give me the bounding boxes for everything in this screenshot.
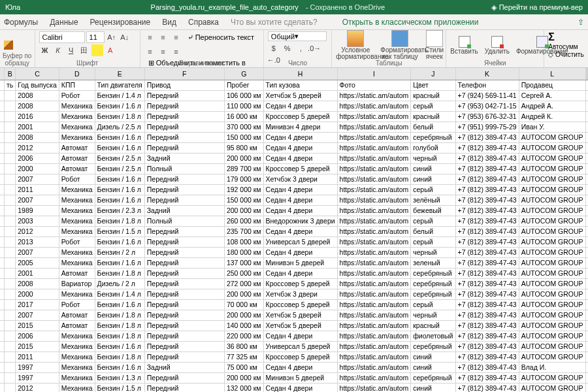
ribbon: Буфер по образцу Calibri 11 A↑ A↓ Ж К Ч … (0, 30, 588, 68)
table-row[interactable]: 1989МеханикаБензин / 2.3 лЗадний200 000 … (0, 205, 588, 216)
tab-formulas[interactable]: Формулы (4, 18, 38, 27)
field-header[interactable]: Привод (144, 80, 224, 90)
table-row[interactable]: 2012МеханикаБензин / 1.5 лПередний132 00… (0, 383, 588, 392)
table-row[interactable]: 2007МеханикаБензин / 2 лПередний180 000 … (0, 247, 588, 257)
group-number: Общий ▾ $ % , .0→ ←.0 Число (264, 30, 332, 67)
field-header[interactable]: Цвет (411, 80, 455, 90)
table-row[interactable]: 2017РоботБензин / 1.6 лПередний70 000 км… (0, 299, 588, 310)
table-row[interactable]: 2007МеханикаБензин / 1.6 лПередний150 00… (0, 195, 588, 205)
tab-data[interactable]: Данные (50, 18, 78, 27)
tab-view[interactable]: Вид (162, 18, 176, 27)
tab-help[interactable]: Справка (188, 18, 219, 27)
align-mid-icon[interactable]: ≡ (157, 31, 169, 43)
insert-icon (459, 36, 470, 48)
format-painter-icon[interactable] (4, 41, 13, 50)
table-row[interactable]: 2007РоботБензин / 1.6 лПередний179 000 к… (0, 174, 588, 184)
table-row[interactable]: 1997МеханикаБензин / 1.6 лЗадний75 000 к… (0, 362, 588, 372)
font-size-select[interactable]: 11 (86, 31, 105, 43)
bold-button[interactable]: Ж (39, 44, 51, 56)
table-row[interactable]: 2006АвтоматБензин / 2.5 лЗадний200 000 к… (0, 153, 588, 163)
spreadsheet-grid[interactable]: BCDEFGHIJKLMNтьГод выпускаКППТип двигате… (0, 68, 588, 392)
table-row[interactable]: 2008МеханикаБензин / 1.6 лПередний150 00… (0, 132, 588, 142)
conditional-formatting-button[interactable]: Условное форматирование (336, 30, 375, 60)
tell-me-search[interactable]: Что вы хотите сделать? (231, 18, 318, 27)
field-header[interactable]: Пробег (224, 80, 263, 90)
align-center-icon[interactable]: ≡ (157, 46, 169, 57)
table-row[interactable]: 2000МеханикаБензин / 1.4 лПередний200 00… (0, 289, 588, 299)
field-header[interactable]: ть (5, 80, 16, 90)
wrap-text-button[interactable]: ⤶ Переносить текст (188, 33, 255, 42)
col-header-I[interactable]: I (337, 68, 411, 80)
group-alignment: ≡ ≡ ≡ ⤶ Переносить текст ≡ ≡ ≡ ⊞ Объедин… (140, 30, 264, 67)
table-row[interactable]: 2008ВариаторДизель / 2 лПередний272 000 … (0, 278, 588, 289)
field-header[interactable]: Продавец (519, 80, 585, 90)
table-row[interactable]: 2007АвтоматБензин / 1.8 лПередний200 000… (0, 310, 588, 320)
field-header[interactable]: Тип двигателя (95, 80, 144, 90)
col-header-C[interactable]: C (16, 68, 59, 80)
cell-styles-button[interactable]: Стили ячеек (425, 30, 444, 60)
borders-icon[interactable]: 田 (78, 44, 90, 56)
col-header-K[interactable]: K (455, 68, 519, 80)
field-header[interactable]: КПП (59, 80, 95, 90)
table-row[interactable]: 2015АвтоматБензин / 1.8 лПередний140 000… (0, 320, 588, 331)
align-top-icon[interactable]: ≡ (144, 31, 156, 43)
underline-button[interactable]: Ч (65, 44, 77, 56)
table-row[interactable]: 2012АвтоматБензин / 1.6 лПередний95 800 … (0, 142, 588, 153)
field-header[interactable]: Год выпуска (16, 80, 59, 90)
table-row[interactable]: 2006МеханикаБензин / 1.8 лПередний220 00… (0, 331, 588, 341)
premium-link[interactable]: ◈ Перейти на премиум-вер (491, 3, 583, 12)
font-name-select[interactable]: Calibri (39, 31, 85, 43)
align-right-icon[interactable]: ≡ (171, 46, 182, 57)
autosum-button[interactable]: Σ Автосумм (548, 31, 584, 50)
currency-icon[interactable]: $ (268, 42, 280, 54)
table-row[interactable]: 2016МеханикаБензин / 1.8 лПередний16 000… (0, 111, 588, 122)
table-row[interactable]: 2003МеханикаБензин / 1.8 лПолный260 000 … (0, 216, 588, 226)
col-header-G[interactable]: G (224, 68, 263, 80)
number-format-select[interactable]: Общий ▾ (268, 31, 327, 41)
insert-button[interactable]: Вставить (450, 36, 478, 55)
field-header[interactable]: Город (585, 80, 588, 90)
table-row[interactable]: 2011МеханикаБензин / 1.6 лПередний192 00… (0, 184, 588, 195)
fill-color-icon[interactable] (91, 44, 103, 56)
col-header-D[interactable]: D (59, 68, 95, 80)
app-context: Юла (5, 3, 44, 11)
field-header[interactable]: Тип кузова (263, 80, 337, 90)
format-as-table-button[interactable]: Форматировать как таблицу (380, 30, 419, 60)
share-icon[interactable]: ⇪ (578, 18, 584, 27)
col-header-M[interactable]: M (585, 68, 588, 80)
italic-button[interactable]: К (52, 44, 64, 56)
table-row[interactable]: 1997МеханикаБензин / 1.3 лПередний200 00… (0, 372, 588, 383)
col-header-B[interactable]: B (5, 68, 16, 80)
increase-font-icon[interactable]: A↑ (106, 31, 118, 43)
open-in-desktop[interactable]: Открыть в классическом приложении (342, 18, 479, 27)
inc-decimal-icon[interactable]: .0→ (308, 42, 320, 54)
table-row[interactable]: 2008РоботБензин / 1.4 лПередний106 000 к… (0, 90, 588, 101)
font-color-icon[interactable]: A (105, 44, 116, 56)
align-bot-icon[interactable]: ≡ (171, 31, 182, 43)
field-header[interactable]: Телефон (455, 80, 519, 90)
tab-review[interactable]: Рецензирование (90, 18, 151, 27)
table-row[interactable]: 2000АвтоматБензин / 2.5 лПолный289 700 к… (0, 163, 588, 174)
decrease-font-icon[interactable]: A↓ (119, 31, 131, 43)
table-row[interactable]: 2012МеханикаБензин / 1.5 лПередний235 70… (0, 226, 588, 237)
percent-icon[interactable]: % (282, 42, 293, 54)
group-cells: Вставить Удалить Форматирование Ячейки (446, 30, 544, 67)
align-left-icon[interactable]: ≡ (144, 46, 156, 57)
col-header-E[interactable]: E (95, 68, 144, 80)
table-row[interactable]: 2013РоботБензин / 1.6 лПередний108 000 к… (0, 237, 588, 247)
table-row[interactable]: 2001МеханикаДизель / 2.5 лПередний370 00… (0, 122, 588, 132)
clear-button[interactable]: ◇ Очистить (548, 51, 583, 58)
delete-button[interactable]: Удалить (485, 36, 510, 55)
table-row[interactable]: 2015МеханикаБензин / 1.6 лПередний36 800… (0, 341, 588, 351)
field-header[interactable]: Фото (337, 80, 411, 90)
comma-icon[interactable]: , (295, 42, 306, 54)
col-header-F[interactable]: F (144, 68, 224, 80)
table-row[interactable]: 2005МеханикаБензин / 1.6 лПередний137 00… (0, 257, 588, 268)
col-header-J[interactable]: J (411, 68, 455, 80)
col-header-H[interactable]: H (263, 68, 337, 80)
table-row[interactable]: 2011МеханикаБензин / 1.8 лПередний77 325… (0, 351, 588, 362)
col-header-L[interactable]: L (519, 68, 585, 80)
sigma-icon: Σ (548, 31, 555, 42)
table-row[interactable]: 2001АвтоматБензин / 1.8 лПередний250 000… (0, 268, 588, 278)
table-row[interactable]: 2008МеханикаБензин / 1.6 лПередний110 00… (0, 101, 588, 111)
